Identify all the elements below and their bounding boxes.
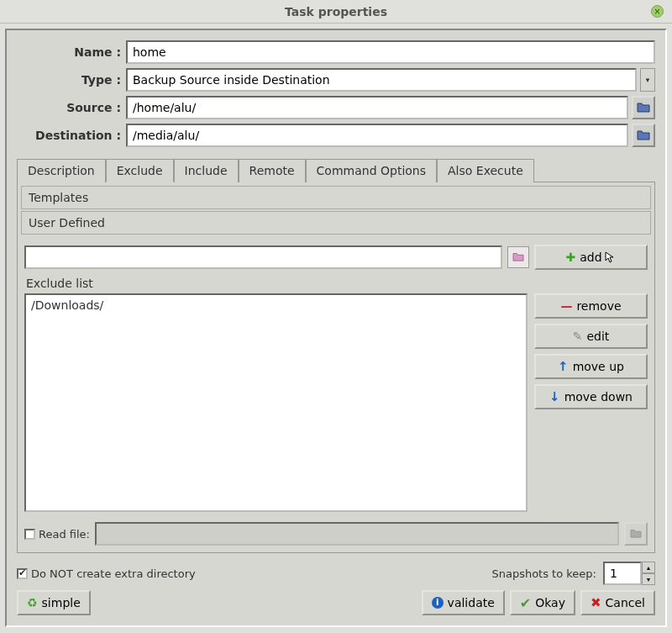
templates-header[interactable]: Templates — [21, 186, 651, 209]
no-extra-dir-checkbox[interactable]: ✔ Do NOT create extra directory — [17, 567, 196, 580]
plus-icon: ✚ — [565, 251, 575, 264]
tab-command-options[interactable]: Command Options — [306, 159, 437, 182]
checkbox-box-icon — [24, 529, 35, 540]
tab-also-execute[interactable]: Also Execute — [437, 159, 534, 182]
titlebar: Task properties × — [0, 0, 672, 24]
close-icon[interactable]: × — [651, 5, 664, 18]
checkbox-box-icon: ✔ — [17, 568, 28, 579]
add-button-label: add — [580, 251, 601, 264]
destination-label: Destination : — [17, 129, 126, 142]
tab-panel-exclude: Templates User Defined ✚ add Exclude lis… — [17, 182, 655, 553]
arrow-down-icon: ↓ — [549, 389, 560, 404]
tab-description[interactable]: Description — [17, 159, 106, 182]
chevron-down-icon[interactable]: ▾ — [640, 68, 655, 92]
type-select[interactable] — [126, 68, 637, 92]
source-label: Source : — [17, 101, 126, 114]
move-up-label: move up — [573, 360, 624, 373]
folder-icon — [512, 251, 524, 264]
snapshots-input[interactable] — [603, 562, 642, 585]
move-up-button[interactable]: ↑ move up — [534, 354, 648, 379]
okay-button[interactable]: ✔ Okay — [510, 590, 575, 615]
tab-include[interactable]: Include — [174, 159, 239, 182]
exclude-list-label: Exclude list — [24, 275, 528, 293]
spin-down-icon[interactable]: ▼ — [642, 573, 655, 585]
x-icon: ✖ — [591, 595, 601, 610]
type-label: Type : — [17, 73, 126, 87]
destination-input[interactable] — [126, 124, 628, 147]
dialog-footer: ♻ simple i validate ✔ Okay ✖ Cancel — [17, 590, 655, 615]
browse-read-file-button — [624, 522, 648, 546]
cursor-icon — [605, 251, 615, 266]
source-input[interactable] — [126, 96, 628, 119]
validate-button[interactable]: i validate — [422, 590, 505, 615]
exclude-listbox[interactable]: /Downloads/ — [24, 293, 528, 512]
user-defined-header[interactable]: User Defined — [21, 211, 651, 235]
read-file-checkbox[interactable]: Read file: — [24, 528, 90, 541]
no-extra-dir-label: Do NOT create extra directory — [31, 567, 196, 580]
add-button[interactable]: ✚ add — [534, 245, 648, 270]
cancel-button[interactable]: ✖ Cancel — [580, 590, 655, 615]
row-type: Type : ▾ — [17, 68, 655, 92]
add-pattern-row: ✚ add — [24, 245, 648, 270]
okay-label: Okay — [535, 596, 565, 609]
edit-button-label: edit — [586, 330, 609, 343]
minus-icon: — — [560, 299, 572, 313]
exclude-area: Exclude list /Downloads/ — remove ✎ edit… — [24, 275, 648, 512]
row-source: Source : — [17, 96, 655, 119]
browse-source-button[interactable] — [632, 96, 655, 119]
snapshots-label: Snapshots to keep: — [491, 567, 596, 580]
list-item[interactable]: /Downloads/ — [31, 298, 521, 312]
check-icon: ✔ — [520, 595, 531, 611]
folder-icon — [630, 528, 642, 541]
validate-label: validate — [448, 596, 495, 609]
snapshots-stepper[interactable]: ▲ ▼ — [603, 562, 655, 585]
read-file-row: Read file: — [24, 522, 648, 546]
read-file-label: Read file: — [39, 528, 90, 541]
name-label: Name : — [17, 45, 126, 59]
move-down-button[interactable]: ↓ move down — [534, 384, 648, 409]
simple-button[interactable]: ♻ simple — [17, 590, 91, 615]
row-destination: Destination : — [17, 124, 655, 147]
name-input[interactable] — [126, 40, 655, 64]
row-name: Name : — [17, 40, 655, 64]
browse-pattern-button[interactable] — [507, 246, 529, 268]
remove-button[interactable]: — remove — [534, 293, 648, 319]
read-file-input — [95, 522, 619, 546]
spin-up-icon[interactable]: ▲ — [642, 562, 655, 573]
browse-destination-button[interactable] — [632, 124, 655, 147]
folder-icon — [637, 129, 650, 143]
window-title: Task properties — [285, 5, 387, 18]
add-pattern-input[interactable] — [24, 245, 502, 269]
tab-strip: Description Exclude Include Remote Comma… — [17, 158, 655, 182]
cancel-label: Cancel — [606, 596, 645, 609]
info-icon: i — [432, 597, 444, 609]
edit-button[interactable]: ✎ edit — [534, 324, 648, 349]
simple-label: simple — [42, 596, 81, 609]
tab-remote[interactable]: Remote — [239, 159, 306, 182]
folder-icon — [637, 101, 650, 115]
list-side-buttons: — remove ✎ edit ↑ move up ↓ move down — [534, 275, 648, 512]
arrow-up-icon: ↑ — [558, 359, 569, 374]
recycle-icon: ♻ — [27, 596, 38, 609]
tab-exclude[interactable]: Exclude — [106, 159, 174, 182]
move-down-label: move down — [564, 390, 633, 404]
edit-icon: ✎ — [573, 330, 583, 343]
remove-button-label: remove — [576, 299, 621, 313]
options-row: ✔ Do NOT create extra directory Snapshot… — [17, 562, 655, 585]
dialog-body: Name : Type : ▾ Source : Destination : — [5, 29, 667, 627]
